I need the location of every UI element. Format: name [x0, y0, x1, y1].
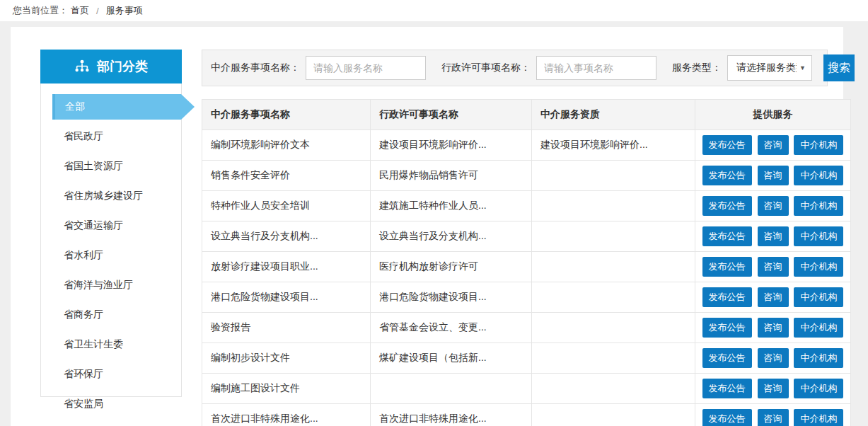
sidebar-item-label: 省交通运输厅: [64, 219, 123, 232]
sidebar-title: 部门分类: [97, 58, 148, 75]
cell-permit-name: [371, 374, 532, 404]
cell-service-name: 编制初步设计文件: [202, 343, 371, 374]
publish-notice-button[interactable]: 发布公告: [702, 166, 752, 185]
sidebar-department-item[interactable]: 省民政厅: [41, 122, 181, 151]
breadcrumb: 您当前位置： 首页 / 服务事项: [0, 0, 868, 21]
cell-service-name: 首次进口非特殊用途化...: [202, 404, 371, 426]
intermediary-agency-button[interactable]: 中介机构: [794, 226, 843, 246]
service-type-select[interactable]: 请选择服务类型 ▼: [727, 55, 812, 81]
breadcrumb-current: 服务事项: [106, 4, 143, 17]
table-row: 放射诊疗建设项目职业... 医疗机构放射诊疗许可 发布公告 咨询 中介机构: [202, 252, 851, 282]
search-panel: 中介服务事项名称： 行政许可事项名称： 服务类型： 请选择服务类型 ▼ 搜索: [202, 50, 828, 86]
sidebar-item-label: 省商务厅: [64, 309, 103, 321]
sidebar-department-item[interactable]: 省水利厅: [41, 241, 181, 270]
cell-permit-name: 煤矿建设项目（包括新...: [371, 343, 532, 374]
cell-service-name: 销售条件安全评价: [202, 161, 371, 191]
breadcrumb-home-link[interactable]: 首页: [71, 4, 89, 17]
cell-permit-name: 医疗机构放射诊疗许可: [371, 252, 532, 282]
cell-qualification: [532, 374, 695, 404]
publish-notice-button[interactable]: 发布公告: [702, 226, 752, 246]
cell-actions: 发布公告 咨询 中介机构: [695, 313, 851, 343]
cell-qualification: [532, 282, 695, 313]
sidebar-item-label: 省住房城乡建设厅: [64, 190, 143, 202]
publish-notice-button[interactable]: 发布公告: [702, 409, 752, 426]
sidebar-item-label: 省国土资源厅: [64, 160, 123, 173]
cell-qualification: [532, 313, 695, 343]
breadcrumb-prefix: 您当前位置：: [13, 4, 68, 17]
publish-notice-button[interactable]: 发布公告: [702, 257, 752, 277]
consult-button[interactable]: 咨询: [758, 287, 789, 307]
chevron-down-icon: ▼: [799, 64, 806, 71]
publish-notice-button[interactable]: 发布公告: [702, 318, 752, 338]
consult-button[interactable]: 咨询: [758, 409, 789, 426]
sidebar-department-item[interactable]: 省住房城乡建设厅: [41, 181, 181, 211]
consult-button[interactable]: 咨询: [758, 379, 789, 398]
publish-notice-button[interactable]: 发布公告: [702, 196, 752, 216]
sidebar-department-item[interactable]: 省国土资源厅: [41, 151, 181, 181]
consult-button[interactable]: 咨询: [758, 257, 789, 277]
cell-qualification: [532, 404, 695, 426]
intermediary-agency-button[interactable]: 中介机构: [794, 379, 843, 398]
sidebar-item-label: 省水利厅: [64, 249, 103, 262]
intermediary-agency-button[interactable]: 中介机构: [794, 135, 843, 155]
table-row: 验资报告 省管基金会设立、变更... 发布公告 咨询 中介机构: [202, 313, 851, 343]
consult-button[interactable]: 咨询: [758, 196, 789, 216]
cell-qualification: 建设项目环境影响评价...: [532, 130, 695, 161]
header-qualification: 中介服务资质: [532, 100, 695, 130]
publish-notice-button[interactable]: 发布公告: [702, 348, 752, 368]
sidebar-department-item[interactable]: 全部: [52, 94, 181, 120]
cell-actions: 发布公告 咨询 中介机构: [695, 404, 851, 426]
intermediary-agency-button[interactable]: 中介机构: [794, 287, 843, 307]
sidebar-department-item[interactable]: 省海洋与渔业厅: [41, 270, 181, 300]
service-type-label: 服务类型：: [672, 62, 722, 74]
sidebar-department-item[interactable]: 省环保厅: [41, 359, 181, 389]
cell-permit-name: 港口危险货物建设项目...: [371, 282, 532, 313]
cell-permit-name: 设立典当行及分支机构...: [371, 221, 532, 252]
permit-name-input[interactable]: [536, 56, 656, 80]
consult-button[interactable]: 咨询: [758, 226, 789, 246]
department-list: 全部 省民政厅 省国土资源厅 省住房城乡建设厅 省交通运: [40, 84, 182, 397]
cell-service-name: 编制环境影响评价文本: [202, 130, 371, 161]
sidebar-department-item[interactable]: 省交通运输厅: [41, 211, 181, 241]
sidebar-department-item[interactable]: 省安监局: [41, 389, 181, 419]
page-background: 部门分类 全部 省民政厅 省国土资源厅 省住房城乡: [0, 21, 868, 426]
header-permit-name: 行政许可事项名称: [371, 100, 532, 130]
publish-notice-button[interactable]: 发布公告: [702, 135, 752, 155]
sidebar-department-item[interactable]: 省卫生计生委: [41, 330, 181, 359]
consult-button[interactable]: 咨询: [758, 135, 789, 155]
cell-actions: 发布公告 咨询 中介机构: [695, 130, 851, 161]
sidebar-department-item[interactable]: 省商务厅: [41, 300, 181, 330]
cell-permit-name: 民用爆炸物品销售许可: [371, 161, 532, 191]
service-items-table: 中介服务事项名称 行政许可事项名称 中介服务资质 提供服务 编制环境影响评价文本…: [202, 99, 851, 426]
department-sidebar: 部门分类 全部 省民政厅 省国土资源厅 省住房城乡: [40, 50, 182, 426]
cell-qualification: [532, 191, 695, 221]
consult-button[interactable]: 咨询: [758, 348, 789, 368]
table-row: 编制初步设计文件 煤矿建设项目（包括新... 发布公告 咨询 中介机构: [202, 343, 851, 374]
service-name-input[interactable]: [306, 56, 426, 80]
intermediary-agency-button[interactable]: 中介机构: [794, 257, 843, 277]
sidebar-item-label: 省环保厅: [64, 368, 103, 381]
consult-button[interactable]: 咨询: [758, 318, 789, 338]
cell-permit-name: 省管基金会设立、变更...: [371, 313, 532, 343]
sidebar-item-label: 全部: [65, 100, 85, 113]
cell-actions: 发布公告 咨询 中介机构: [695, 161, 851, 191]
cell-permit-name: 建筑施工特种作业人员...: [371, 191, 532, 221]
sidebar-item-label: 省海洋与渔业厅: [64, 279, 133, 292]
search-button[interactable]: 搜索: [823, 54, 855, 81]
table-row: 销售条件安全评价 民用爆炸物品销售许可 发布公告 咨询 中介机构: [202, 161, 851, 191]
intermediary-agency-button[interactable]: 中介机构: [794, 348, 843, 368]
publish-notice-button[interactable]: 发布公告: [702, 379, 752, 398]
sidebar-item-label: 省民政厅: [64, 130, 103, 143]
cell-actions: 发布公告 咨询 中介机构: [695, 191, 851, 221]
intermediary-agency-button[interactable]: 中介机构: [794, 166, 843, 185]
intermediary-agency-button[interactable]: 中介机构: [794, 196, 843, 216]
intermediary-agency-button[interactable]: 中介机构: [794, 409, 843, 426]
service-type-selected-value: 请选择服务类型: [736, 62, 797, 74]
consult-button[interactable]: 咨询: [758, 166, 789, 185]
cell-service-name: 港口危险货物建设项目...: [202, 282, 371, 313]
cell-actions: 发布公告 咨询 中介机构: [695, 282, 851, 313]
publish-notice-button[interactable]: 发布公告: [702, 287, 752, 307]
intermediary-agency-button[interactable]: 中介机构: [794, 318, 843, 338]
permit-name-label: 行政许可事项名称：: [441, 62, 531, 74]
header-actions: 提供服务: [695, 100, 851, 130]
